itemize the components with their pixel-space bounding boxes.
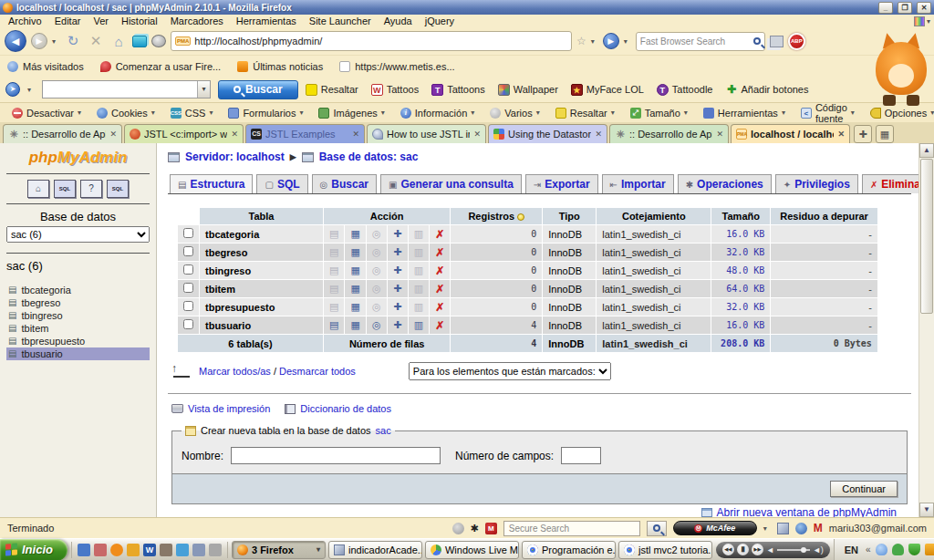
tray-expand-icon[interactable]: «: [866, 544, 871, 555]
adblock-icon[interactable]: ABP: [788, 33, 805, 50]
dev-item-source[interactable]: <Código fuente▾: [796, 102, 863, 124]
sidebar-table-tbegreso[interactable]: ▤tbegreso: [6, 296, 150, 309]
empty-action-icon[interactable]: ▥: [414, 319, 423, 330]
bookmark-item[interactable]: Más visitados: [7, 61, 84, 72]
pma-tab-sql[interactable]: ▢SQL: [256, 174, 307, 193]
pma-tab-generar-una-consulta[interactable]: ▣Generar una consulta: [380, 174, 522, 193]
chevron-down-icon[interactable]: ▾: [381, 109, 385, 117]
paw-icon[interactable]: ✱: [471, 523, 479, 534]
menu-item-site-launcher[interactable]: Site Launcher: [303, 16, 378, 27]
sql-icon[interactable]: SQL: [54, 180, 76, 198]
chevron-down-icon[interactable]: ▾: [536, 109, 540, 117]
insert-action-icon[interactable]: ✚: [393, 301, 401, 312]
data-dictionary-link[interactable]: Diccionario de datos: [300, 403, 391, 414]
pma-tab-eliminar[interactable]: ✗Eliminar: [862, 174, 918, 193]
scroll-up-icon[interactable]: ▲: [919, 143, 934, 158]
dev-item-options[interactable]: Opciones▾: [866, 108, 934, 119]
table-name-link[interactable]: tbusuario: [200, 316, 323, 334]
gmail-icon[interactable]: M: [814, 522, 823, 534]
dev-item-css[interactable]: CSSCSS▾: [166, 108, 222, 119]
sidebar-table-tbitem[interactable]: ▤tbitem: [6, 322, 150, 335]
fastdial-icon[interactable]: [132, 36, 147, 47]
url-text[interactable]: http://localhost/phpmyadmin/: [194, 36, 567, 47]
dev-item-highlight[interactable]: Resaltar▾: [551, 108, 623, 119]
structure-action-icon[interactable]: ▦: [350, 319, 359, 330]
mcafee-button[interactable]: ⓂMcAfee: [673, 521, 757, 535]
table-name-link[interactable]: tbcategoria: [200, 225, 323, 243]
browser-tab-5[interactable]: Using the Datastore wit...✕: [488, 124, 607, 143]
addon-item-tattoons[interactable]: TTattoons: [431, 84, 485, 96]
chevron-down-icon[interactable]: ▾: [684, 109, 688, 117]
dev-item-info[interactable]: iInformación▾: [396, 108, 483, 119]
tab-close-icon[interactable]: ✕: [473, 130, 481, 139]
cloud-tray-icon[interactable]: [876, 544, 887, 555]
dev-item-tools[interactable]: Herramientas▾: [699, 108, 794, 119]
tab-close-icon[interactable]: ✕: [837, 130, 845, 139]
sidebar-table-tbcategoria[interactable]: ▤tbcategoria: [6, 284, 150, 296]
search-input[interactable]: Fast Browser Search: [636, 32, 765, 51]
quick-launch-lock-icon[interactable]: [127, 544, 140, 556]
chevron-down-icon[interactable]: ▾: [782, 109, 785, 117]
globe-icon[interactable]: [795, 523, 807, 534]
home-button[interactable]: ⌂: [109, 34, 128, 49]
quick-launch-cube-icon[interactable]: [192, 544, 205, 556]
new-tab-button[interactable]: ✚: [854, 125, 872, 143]
insert-action-icon[interactable]: ✚: [393, 283, 401, 294]
buscar-button[interactable]: Buscar: [218, 80, 298, 99]
search-icon[interactable]: [753, 37, 761, 45]
pma-tab-importar[interactable]: ⇤Importar: [602, 174, 674, 193]
table-name-link[interactable]: tbingreso: [200, 262, 323, 279]
insert-action-icon[interactable]: ✚: [393, 246, 401, 257]
query-window-icon[interactable]: SQL: [107, 180, 129, 198]
pma-tab-buscar[interactable]: ◎Buscar: [312, 174, 377, 193]
sidebar-table-tbpresupuesto[interactable]: ▤tbpresupuesto: [6, 335, 150, 347]
forward-button[interactable]: ▶: [31, 33, 47, 49]
status-orb-icon[interactable]: [452, 523, 464, 534]
size-cell[interactable]: 64.0 KB: [711, 280, 770, 297]
bookmark-item[interactable]: https://www.metis.es...: [339, 61, 454, 72]
size-cell[interactable]: 16.0 KB: [711, 316, 770, 334]
dev-item-cookies[interactable]: Cookies▾: [92, 108, 163, 119]
drop-action-icon[interactable]: ✗: [435, 301, 444, 314]
pma-tab-operaciones[interactable]: ✱Operaciones: [678, 174, 772, 193]
help-icon[interactable]: ?: [80, 180, 102, 198]
size-cell[interactable]: 32.0 KB: [711, 244, 770, 261]
chevron-down-icon[interactable]: ▾: [317, 545, 320, 554]
tab-close-icon[interactable]: ✕: [231, 130, 238, 139]
bookmark-item[interactable]: Últimas noticias: [237, 61, 323, 72]
drop-action-icon[interactable]: ✗: [435, 264, 444, 277]
with-selected-select[interactable]: Para los elementos que están marcados:: [409, 362, 611, 380]
size-cell[interactable]: 16.0 KB: [711, 225, 770, 243]
dev-item-images[interactable]: Imágenes▾: [314, 108, 392, 119]
tab-close-icon[interactable]: ✕: [109, 130, 117, 139]
previous-icon[interactable]: ◀◀: [722, 544, 734, 555]
media-player-controls[interactable]: ◀◀ ▐▌ ▶▶ ◄ ◄): [716, 542, 830, 558]
url-bar[interactable]: PMA http://localhost/phpmyadmin/: [171, 31, 572, 51]
row-checkbox[interactable]: [183, 301, 193, 311]
structure-action-icon[interactable]: ▦: [350, 283, 359, 294]
tab-close-icon[interactable]: ✕: [595, 130, 602, 139]
row-checkbox[interactable]: [183, 283, 193, 293]
quick-launch-tool-icon[interactable]: [209, 544, 222, 556]
bookmark-item[interactable]: Comenzar a usar Fire...: [100, 61, 222, 72]
cube-icon[interactable]: [777, 523, 789, 534]
browse-action-icon[interactable]: ▤: [329, 319, 338, 330]
pause-icon[interactable]: ▐▌: [737, 544, 749, 555]
chevron-down-icon[interactable]: ▾: [471, 109, 474, 117]
database-select[interactable]: sac (6): [6, 226, 150, 243]
checkbox-cell[interactable]: [178, 244, 199, 261]
mcafee-shield-icon[interactable]: M: [485, 523, 497, 534]
vertical-scrollbar[interactable]: ▲ ▼: [918, 143, 934, 517]
user-tray-icon[interactable]: [892, 544, 904, 555]
addon-item-myface[interactable]: ★MyFace LOL: [571, 84, 644, 96]
breadcrumb-database[interactable]: Base de datos: sac: [319, 150, 419, 163]
menu-item-ayuda[interactable]: Ayuda: [378, 16, 419, 27]
quick-launch-paint-icon[interactable]: [94, 544, 107, 556]
chevron-down-icon[interactable]: ▾: [763, 524, 767, 533]
pma-tab-estructura[interactable]: ▤Estructura: [170, 174, 253, 193]
secure-search-input[interactable]: Secure Search: [503, 521, 640, 536]
search-action-icon[interactable]: ◎: [372, 319, 381, 330]
shield-tray-icon[interactable]: [908, 544, 920, 555]
volume-slider[interactable]: [777, 549, 810, 551]
task-button-jstl-mvc2-tutoria-[interactable]: jstl mvc2 tutoria...: [618, 541, 712, 559]
